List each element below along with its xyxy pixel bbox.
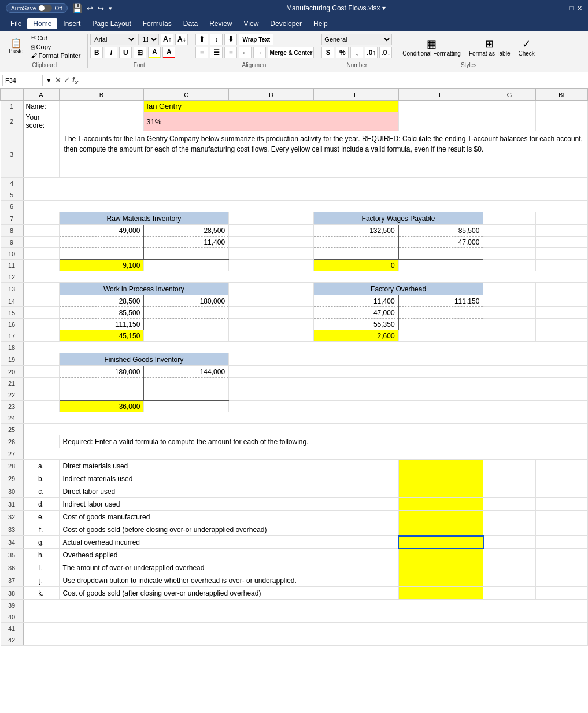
align-right-button[interactable]: ≡ [224, 47, 237, 58]
cell-f36-answer[interactable] [398, 561, 483, 574]
cell-reference-box[interactable] [2, 75, 43, 86]
cell-a26[interactable] [23, 435, 59, 448]
cell-g36[interactable] [483, 561, 535, 574]
cell-a3[interactable] [23, 131, 59, 178]
col-header-b[interactable]: B [59, 89, 144, 101]
cell-c2[interactable]: 31% [144, 112, 398, 131]
indent-increase-button[interactable]: → [253, 47, 266, 58]
font-family-select[interactable]: Arial [90, 34, 136, 45]
cell-bi17[interactable] [535, 330, 587, 342]
cell-b11-balance[interactable]: 9,100 [59, 260, 144, 271]
undo-icon[interactable]: ↩ [87, 4, 93, 13]
check-styles-button[interactable]: ✓ Check [515, 36, 537, 58]
cell-a7[interactable] [23, 212, 59, 225]
col-header-f[interactable]: F [398, 89, 483, 101]
cell-a23[interactable] [23, 401, 59, 412]
underline-button[interactable]: U [119, 47, 132, 58]
menu-review[interactable]: Review [204, 18, 238, 29]
cell-c10[interactable] [144, 248, 229, 260]
cell-c16[interactable] [144, 319, 229, 330]
cell-bi7[interactable] [535, 212, 587, 225]
cell-f34-answer-selected[interactable] [398, 536, 483, 549]
cell-b15[interactable]: 85,500 [59, 307, 144, 319]
cell-b9[interactable] [59, 237, 144, 248]
cell-f15[interactable] [398, 307, 483, 319]
cell-bi9[interactable] [535, 237, 587, 248]
cell-b1[interactable] [59, 101, 144, 112]
cell-g33[interactable] [483, 523, 535, 536]
cell-a9[interactable] [23, 237, 59, 248]
cell-a32[interactable]: e. [23, 511, 59, 523]
col-header-a[interactable]: A [23, 89, 59, 101]
cell-g32[interactable] [483, 511, 535, 523]
wrap-text-button[interactable]: Wrap Text [239, 34, 273, 45]
cell-d8[interactable] [229, 225, 314, 237]
title-dropdown-arrow[interactable]: ▾ [382, 4, 386, 12]
formula-expand-icon[interactable]: ▾ [47, 76, 51, 84]
cell-g2[interactable] [483, 112, 535, 131]
decrease-decimal-button[interactable]: .0↓ [379, 47, 392, 58]
cell-a1[interactable]: Name: [23, 101, 59, 112]
col-header-e[interactable]: E [313, 89, 398, 101]
customize-icon[interactable]: ▾ [109, 5, 112, 12]
cancel-formula-button[interactable]: ✕ [55, 76, 61, 84]
cell-c14[interactable]: 180,000 [144, 295, 229, 307]
cell-e11-balance[interactable]: 0 [313, 260, 398, 271]
cell-g14[interactable] [483, 295, 535, 307]
menu-page-layout[interactable]: Page Layout [86, 18, 136, 29]
cell-c8[interactable]: 28,500 [144, 225, 229, 237]
autosave-pill[interactable]: AutoSave Off [6, 3, 68, 13]
cell-a8[interactable] [23, 225, 59, 237]
cell-g31[interactable] [483, 498, 535, 511]
cell-a40[interactable] [23, 611, 588, 623]
cell-bi2[interactable] [535, 112, 587, 131]
cell-c11[interactable] [144, 260, 229, 271]
cell-a38[interactable]: k. [23, 587, 59, 600]
cell-g35[interactable] [483, 549, 535, 561]
autosave-toggle[interactable] [38, 5, 52, 12]
merge-center-button[interactable]: Merge & Center [268, 47, 314, 58]
cell-bi31[interactable] [535, 498, 587, 511]
cell-a13[interactable] [23, 283, 59, 295]
cell-f37-answer[interactable] [398, 574, 483, 587]
confirm-formula-button[interactable]: ✓ [64, 76, 70, 84]
cell-a28[interactable]: a. [23, 460, 59, 472]
cell-f38-answer[interactable] [398, 587, 483, 600]
cell-bi35[interactable] [535, 549, 587, 561]
cell-a30[interactable]: c. [23, 485, 59, 498]
cell-d16[interactable] [229, 319, 314, 330]
cell-b14[interactable]: 28,500 [59, 295, 144, 307]
cell-f29-answer[interactable] [398, 472, 483, 485]
cell-a42[interactable] [23, 634, 588, 646]
decrease-font-button[interactable]: A↓ [175, 34, 188, 45]
cell-g7[interactable] [483, 212, 535, 225]
cell-b21[interactable] [59, 378, 144, 389]
cell-a15[interactable] [23, 307, 59, 319]
cell-g29[interactable] [483, 472, 535, 485]
cell-c20[interactable]: 144,000 [144, 366, 229, 378]
cell-d21[interactable] [229, 378, 588, 389]
cell-a16[interactable] [23, 319, 59, 330]
cell-g38[interactable] [483, 587, 535, 600]
cell-d13[interactable] [229, 283, 314, 295]
cell-a33[interactable]: f. [23, 523, 59, 536]
cell-f30-answer[interactable] [398, 485, 483, 498]
cell-a22[interactable] [23, 389, 59, 401]
col-header-c[interactable]: C [144, 89, 229, 101]
cell-d11[interactable] [229, 260, 314, 271]
menu-file[interactable]: File [5, 18, 27, 29]
formula-input[interactable] [86, 76, 586, 84]
cell-g28[interactable] [483, 460, 535, 472]
cell-a4[interactable] [23, 178, 588, 189]
cell-b2[interactable] [59, 112, 144, 131]
cell-bi38[interactable] [535, 587, 587, 600]
cell-a31[interactable]: d. [23, 498, 59, 511]
align-left-button[interactable]: ≡ [195, 47, 208, 58]
cell-bi34[interactable] [535, 536, 587, 549]
cell-bi29[interactable] [535, 472, 587, 485]
cell-f8[interactable]: 85,500 [398, 225, 483, 237]
cell-a10[interactable] [23, 248, 59, 260]
cell-b8[interactable]: 49,000 [59, 225, 144, 237]
minimize-btn[interactable]: — [560, 5, 566, 12]
cell-d20[interactable] [229, 366, 588, 378]
